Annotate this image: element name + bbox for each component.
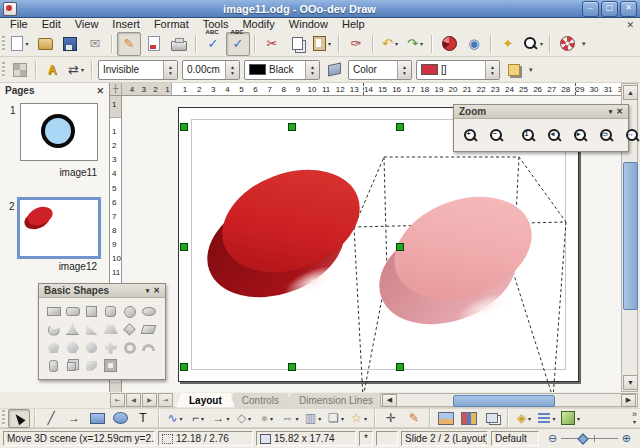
area-fill-combo[interactable]: [] ▲▼ [416,60,500,80]
paste-button[interactable]: ▾ [310,32,334,56]
line-button[interactable]: ╱ [40,409,62,428]
close-button[interactable]: ✕ [620,1,637,17]
cube-shape-button[interactable] [64,357,81,374]
shapes-panel-collapse-icon[interactable]: ▾ [146,287,150,295]
folded-corner-shape-button[interactable] [83,357,100,374]
horizontal-scroll-thumb[interactable] [453,395,555,407]
zoom-button[interactable]: ▾ [521,32,545,56]
new-document-button[interactable]: ▾ [8,32,32,56]
gluepoints-button[interactable]: ✎ [403,409,425,428]
block-arrows-button[interactable]: ⇔▾ [279,409,301,428]
open-button[interactable] [33,32,57,56]
area-button[interactable] [322,58,346,82]
copy-button[interactable] [285,32,309,56]
dropdown-arrow-icon[interactable]: ▾ [248,415,251,422]
cross-shape-button[interactable] [102,339,119,356]
page-style[interactable]: Default [491,431,539,446]
rectangle-button[interactable] [86,409,108,428]
callouts-button[interactable]: ❏▾ [325,409,347,428]
dropdown-arrow-icon[interactable]: ▾ [420,40,423,47]
first-page-button[interactable]: ⇤ [110,393,125,407]
ring-shape-button[interactable] [121,339,138,356]
document-close-icon[interactable]: ✕ [626,20,634,30]
points-button[interactable]: ✛ [380,409,402,428]
zoom-panel-collapse-icon[interactable]: ▾ [609,108,613,116]
spinner[interactable]: ▲▼ [225,61,239,79]
flowchart-button[interactable]: ▥▾ [302,409,324,428]
frame-shape-button[interactable] [102,357,119,374]
entire-page-button[interactable]: ▭ [594,123,618,147]
tab-layout[interactable]: Layout [176,393,235,408]
dropdown-arrow-icon[interactable]: ▾ [226,415,229,422]
maximize-button[interactable]: ▢ [601,1,618,17]
spinner[interactable]: ▲▼ [397,61,411,79]
arrange-3d-objects-button[interactable]: ▾ [559,409,582,428]
toolbar-grip[interactable] [2,62,5,78]
toolbar-overflow-icon[interactable]: ▾ [582,40,586,47]
hexagon-shape-button[interactable] [64,339,81,356]
spinner[interactable]: ▲▼ [305,61,319,79]
menu-view[interactable]: View [68,18,106,31]
ellipse-button[interactable] [109,409,131,428]
tab-controls[interactable]: Controls [229,393,292,408]
circle-pie-shape-button[interactable] [45,321,62,338]
zoom-in-button[interactable]: + [458,123,482,147]
zoom-out-icon[interactable]: ⊖ [548,432,557,445]
toolbar-overflow-icon[interactable]: ▾ [529,66,533,73]
zoom-panel-close-icon[interactable]: ✕ [616,107,623,116]
shadow-button[interactable] [502,58,526,82]
dropdown-arrow-icon[interactable]: ▾ [270,415,273,422]
effects-button[interactable]: ◈▾ [513,409,535,428]
triangle-shape-button[interactable] [64,321,81,338]
scroll-left-icon[interactable]: ◀ [382,394,397,407]
print-button[interactable] [167,32,191,56]
gallery-button[interactable]: ✦ [496,32,520,56]
zoom-next-button[interactable]: ▸ [568,123,592,147]
menu-file[interactable]: File [3,18,35,31]
page-thumbnail-image12-selected[interactable] [17,197,101,259]
format-paintbrush-button[interactable]: ✑ [344,32,368,56]
area-style-combo[interactable]: Color ▲▼ [348,60,412,80]
trapezoid-shape-button[interactable] [102,321,119,338]
scroll-right-icon[interactable]: ▶ [621,394,636,407]
circle-shape-button[interactable] [121,303,138,320]
spellcheck-button[interactable]: ✓ [201,32,225,56]
grid-button[interactable] [8,58,32,82]
zoom-out-button[interactable]: − [484,123,508,147]
edit-file-button[interactable]: ✎ [117,32,141,56]
horizontal-ruler[interactable]: 4321123456789101112131415161718192021222… [122,83,621,96]
dropdown-arrow-icon[interactable]: ▾ [25,40,28,47]
horizontal-scrollbar[interactable]: ◀ ▶ [380,393,638,407]
line-color-combo[interactable]: Black ▲▼ [244,60,320,80]
stars-button[interactable]: ☆▾ [348,409,370,428]
parallelogram-shape-button[interactable] [140,321,157,338]
dropdown-arrow-icon[interactable]: ▾ [341,415,344,422]
dropdown-arrow-icon[interactable]: ▾ [577,415,580,422]
rectangle-shape-button[interactable] [45,303,62,320]
select-button[interactable] [8,409,30,428]
right-triangle-shape-button[interactable] [83,321,100,338]
dropdown-arrow-icon[interactable]: ▾ [328,40,331,47]
cut-button[interactable]: ✂ [260,32,284,56]
arrow-style-button[interactable]: ⇄▾ [64,58,88,82]
pages-panel-close-icon[interactable]: ✕ [96,86,104,96]
undo-button[interactable]: ↶▾ [378,32,402,56]
navigator-button[interactable]: ◉ [462,32,486,56]
line-width-spinner[interactable]: 0.00cm ▲▼ [182,60,240,80]
zoom-previous-button[interactable]: ◂ [542,123,566,147]
connector-button[interactable]: ⌐▾ [187,409,209,428]
next-page-button[interactable]: ▶ [142,393,157,407]
toolbar-grip[interactable] [2,410,5,426]
text-button[interactable]: T [132,409,154,428]
zoom-100-percent-button[interactable]: 1 [516,123,540,147]
toolbar-grip[interactable] [2,36,5,52]
curve-button[interactable]: ∿▾ [164,409,186,428]
diamond-shape-button[interactable] [121,321,138,338]
minimize-button[interactable]: – [582,1,599,17]
rounded-square-shape-button[interactable] [102,303,119,320]
dropdown-arrow-icon[interactable]: ▾ [364,415,367,422]
spinner[interactable]: ▲▼ [485,61,499,79]
regular-pentagon-shape-button[interactable] [45,339,62,356]
zoom-slider-thumb[interactable] [578,433,589,444]
last-page-button[interactable]: ⇥ [158,393,173,407]
